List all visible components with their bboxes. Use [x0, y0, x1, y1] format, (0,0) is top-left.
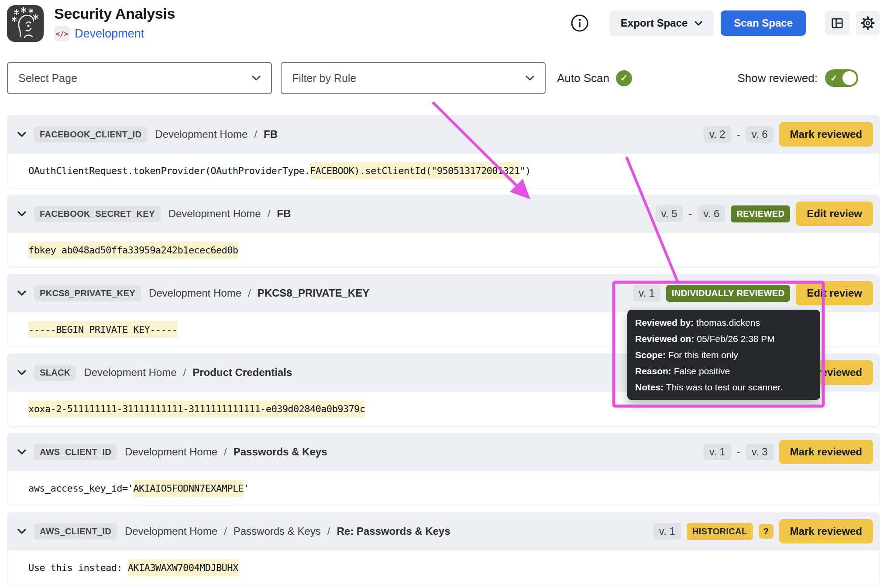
- status-badge[interactable]: REVIEWED: [731, 205, 790, 222]
- finding-row: AWS_CLIENT_IDDevelopment Home/Passwords …: [7, 512, 880, 585]
- version-chip[interactable]: v. 5: [656, 205, 683, 222]
- breadcrumb: Development Home/FB: [155, 128, 278, 140]
- version-dash: -: [737, 446, 740, 458]
- chevron-down-icon: [526, 75, 534, 81]
- tooltip-field-value: This was to test our scanner.: [664, 382, 783, 392]
- breadcrumb-item[interactable]: Development Home: [149, 287, 241, 299]
- version-chip[interactable]: v. 2: [704, 126, 731, 143]
- breadcrumb: Development Home/Passwords & Keys: [125, 446, 327, 458]
- finding-actions: v. 1HISTORICAL?Mark reviewed: [653, 519, 873, 544]
- version-chip[interactable]: v. 6: [698, 205, 725, 222]
- face-logo-icon: [7, 5, 44, 42]
- code-icon: </>: [54, 26, 70, 41]
- tooltip-field: Notes: This was to test our scanner.: [635, 379, 812, 395]
- version-chip[interactable]: v. 1: [704, 444, 731, 460]
- title-block: Security Analysis </> Development: [54, 5, 175, 41]
- breadcrumb-separator: /: [248, 287, 251, 299]
- review-tooltip: Reviewed by: thomas.dickensReviewed on: …: [627, 310, 820, 400]
- breadcrumb-item[interactable]: Development Home: [168, 208, 261, 220]
- chevron-down-icon: [252, 75, 261, 81]
- info-icon[interactable]: [570, 14, 589, 33]
- breadcrumb-item[interactable]: Passwords & Keys: [234, 446, 327, 458]
- row-expand-chevron-icon[interactable]: [16, 289, 28, 297]
- breadcrumb-item[interactable]: FB: [277, 208, 291, 220]
- breadcrumb-separator: /: [224, 525, 227, 537]
- row-expand-chevron-icon[interactable]: [16, 209, 28, 218]
- breadcrumb-separator: /: [268, 208, 271, 220]
- mark-reviewed-button[interactable]: Mark reviewed: [779, 122, 873, 147]
- breadcrumb-item[interactable]: FB: [264, 128, 278, 140]
- breadcrumb-item[interactable]: Product Credentials: [193, 366, 292, 379]
- filter-by-rule-dropdown[interactable]: Filter by Rule: [281, 62, 546, 94]
- app-header: Security Analysis </> Development Export…: [7, 5, 880, 42]
- layout-panel-icon[interactable]: [825, 11, 849, 35]
- finding-actions: v. 5-v. 6REVIEWEDEdit review: [656, 202, 873, 226]
- breadcrumb: Development Home/Product Credentials: [84, 366, 292, 379]
- tooltip-field-value: False positive: [671, 366, 730, 376]
- code-snippet: aws_access_key_id='AKIAIO5FODNN7EXAMPLE': [7, 471, 880, 506]
- tooltip-field: Reviewed by: thomas.dickens: [635, 315, 812, 331]
- secret-highlight: fbkey ab048ad50ffa33959a242b1ecec6ed0b: [28, 242, 238, 259]
- rule-badge: FACEBOOK_CLIENT_ID: [34, 126, 147, 143]
- export-space-button[interactable]: Export Space: [609, 10, 714, 36]
- toggle-knob: [842, 71, 856, 85]
- breadcrumb-item[interactable]: Development Home: [84, 366, 176, 379]
- security-analysis-page: Security Analysis </> Development Export…: [0, 0, 887, 588]
- edit-review-button[interactable]: Edit review: [796, 281, 873, 305]
- version-dash: -: [737, 128, 740, 140]
- mark-reviewed-button[interactable]: Mark reviewed: [779, 519, 873, 544]
- space-link[interactable]: Development: [75, 27, 144, 41]
- breadcrumb: Development Home/Passwords & Keys/Re: Pa…: [125, 525, 450, 537]
- secret-highlight: FACEBOOK).setClientId("950513172001321: [310, 162, 520, 179]
- version-chip[interactable]: v. 3: [746, 444, 774, 460]
- tooltip-field-value: thomas.dickens: [694, 318, 760, 328]
- tooltip-field-value: 05/Feb/26 2:38 PM: [694, 334, 774, 344]
- tooltip-field-label: Reason:: [635, 366, 671, 376]
- breadcrumb-item[interactable]: Re: Passwords & Keys: [337, 525, 450, 537]
- breadcrumb-item[interactable]: Development Home: [125, 525, 217, 537]
- breadcrumb-separator: /: [254, 128, 257, 140]
- select-page-placeholder: Select Page: [18, 72, 252, 85]
- select-page-dropdown[interactable]: Select Page: [7, 62, 272, 94]
- tooltip-field-label: Notes:: [635, 382, 664, 392]
- tooltip-field: Reviewed on: 05/Feb/26 2:38 PM: [635, 331, 812, 347]
- breadcrumb-item[interactable]: Passwords & Keys: [234, 525, 321, 537]
- finding-header: FACEBOOK_SECRET_KEYDevelopment Home/FBv.…: [7, 195, 880, 233]
- finding-actions: v. 1INDIVIDUALLY REVIEWEDEdit review: [633, 281, 873, 305]
- breadcrumb-item[interactable]: Development Home: [125, 446, 217, 458]
- breadcrumb: Development Home/PKCS8_PRIVATE_KEY: [149, 287, 369, 299]
- breadcrumb-separator: /: [183, 366, 186, 379]
- finding-header: AWS_CLIENT_IDDevelopment Home/Passwords …: [7, 512, 880, 550]
- show-reviewed-label: Show reviewed:: [737, 72, 818, 85]
- chevron-down-icon: [694, 21, 702, 26]
- scan-space-button[interactable]: Scan Space: [721, 10, 806, 36]
- finding-row: AWS_CLIENT_IDDevelopment Home/Passwords …: [7, 433, 880, 506]
- code-snippet: fbkey ab048ad50ffa33959a242b1ecec6ed0b: [7, 233, 880, 268]
- settings-gear-icon[interactable]: [856, 11, 880, 35]
- help-icon[interactable]: ?: [759, 524, 774, 539]
- status-badge[interactable]: INDIVIDUALLY REVIEWED: [666, 285, 790, 302]
- finding-row: FACEBOOK_CLIENT_IDDevelopment Home/FBv. …: [7, 115, 880, 188]
- secret-highlight: xoxa-2-511111111-31111111111-31111111111…: [28, 400, 365, 417]
- show-reviewed-toggle[interactable]: ✓: [825, 69, 858, 87]
- version-chip[interactable]: v. 6: [746, 126, 774, 143]
- toggle-check-icon: ✓: [830, 73, 838, 83]
- mark-reviewed-button[interactable]: Mark reviewed: [779, 440, 873, 464]
- finding-actions: v. 2-v. 6Mark reviewed: [704, 122, 873, 147]
- rule-badge: FACEBOOK_SECRET_KEY: [34, 206, 161, 222]
- row-expand-chevron-icon[interactable]: [16, 448, 28, 456]
- tooltip-field-label: Reviewed by:: [635, 318, 694, 328]
- rule-badge: SLACK: [34, 365, 76, 381]
- row-expand-chevron-icon[interactable]: [16, 368, 28, 377]
- finding-header: PKCS8_PRIVATE_KEYDevelopment Home/PKCS8_…: [7, 274, 880, 312]
- edit-review-button[interactable]: Edit review: [796, 202, 873, 226]
- breadcrumb-separator: /: [327, 525, 330, 537]
- tooltip-field: Reason: False positive: [635, 363, 812, 379]
- breadcrumb-item[interactable]: PKCS8_PRIVATE_KEY: [258, 287, 370, 299]
- status-badge[interactable]: HISTORICAL: [687, 523, 753, 540]
- row-expand-chevron-icon[interactable]: [16, 130, 28, 139]
- version-chip[interactable]: v. 1: [633, 285, 660, 301]
- row-expand-chevron-icon[interactable]: [16, 527, 28, 536]
- breadcrumb-item[interactable]: Development Home: [155, 128, 248, 140]
- version-chip[interactable]: v. 1: [653, 523, 681, 540]
